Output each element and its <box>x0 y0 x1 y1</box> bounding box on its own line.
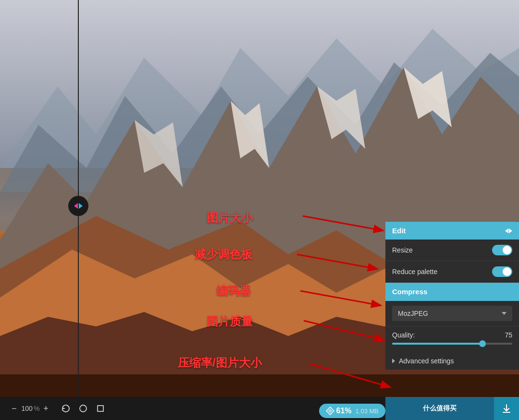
quality-label: Quality: <box>392 331 415 339</box>
download-icon <box>501 403 512 414</box>
comparison-slider-handle[interactable] <box>68 196 88 216</box>
site-watermark: 什么值得买 <box>385 397 494 420</box>
rotate-button[interactable] <box>57 402 74 415</box>
crop-icon <box>96 404 105 413</box>
compress-title: Compress <box>392 288 427 296</box>
svg-line-13 <box>297 254 376 269</box>
right-panel: Edit Resize Reduce palette Compress MozJ… <box>385 222 519 370</box>
svg-point-17 <box>80 405 86 412</box>
codec-row[interactable]: MozJPEG <box>385 301 519 326</box>
svg-line-15 <box>304 321 383 340</box>
zoom-percent: % <box>34 405 39 412</box>
arrow-quality <box>299 316 395 345</box>
resize-row: Resize <box>385 240 519 261</box>
zoom-out-button[interactable]: − <box>8 402 21 416</box>
site-text: 什么值得买 <box>423 404 457 413</box>
annotation-quality: 图片质量 <box>207 314 253 329</box>
svg-line-14 <box>300 291 380 305</box>
resize-toggle[interactable] <box>492 245 512 255</box>
advanced-settings-label: Advanced settings <box>399 357 454 365</box>
edit-title: Edit <box>392 227 406 235</box>
annotation-compression: 压缩率/图片大小 <box>178 355 262 371</box>
arrow-right-icon <box>79 203 83 209</box>
quality-value: 75 <box>505 331 512 339</box>
slider-arrows <box>74 203 83 209</box>
quality-section: Quality: 75 <box>385 326 519 352</box>
annotation-reduce-palette: 减少调色板 <box>195 247 252 262</box>
edit-nav-arrows[interactable] <box>505 228 512 233</box>
panel-arrow-left-icon <box>505 228 508 233</box>
reset-icon <box>78 404 88 413</box>
svg-line-16 <box>310 364 389 387</box>
codec-value: MozJPEG <box>398 310 428 317</box>
svg-rect-18 <box>98 406 103 411</box>
zoom-in-button[interactable]: + <box>39 402 52 416</box>
resize-label: Resize <box>392 246 413 254</box>
result-badge[interactable]: 61% 1.03 MB <box>319 404 385 418</box>
reduce-palette-label: Reduce palette <box>392 268 437 276</box>
svg-line-12 <box>303 216 382 230</box>
result-percent: 61% <box>336 407 352 415</box>
annotation-img-size: 图片大小 <box>207 210 253 226</box>
result-icon <box>326 407 334 415</box>
panel-arrow-right-icon <box>509 228 512 233</box>
quality-header: Quality: 75 <box>392 331 512 339</box>
advanced-settings-row[interactable]: Advanced settings <box>385 352 519 370</box>
arrow-codec <box>296 286 392 310</box>
chevron-right-icon <box>392 359 395 363</box>
codec-dropdown[interactable]: MozJPEG <box>392 306 512 321</box>
arrow-left-icon <box>74 203 78 209</box>
toggle-knob <box>503 246 511 254</box>
reduce-palette-toggle[interactable] <box>492 266 512 277</box>
zoom-value: 100 <box>22 405 33 412</box>
reduce-palette-row: Reduce palette <box>385 261 519 283</box>
annotation-codec: 编码器 <box>216 283 251 299</box>
edit-section-header[interactable]: Edit <box>385 222 519 240</box>
result-size: 1.03 MB <box>356 408 379 415</box>
download-button[interactable] <box>494 397 519 420</box>
crop-button[interactable] <box>92 402 109 415</box>
chevron-down-icon <box>502 312 507 315</box>
compress-section-header: Compress <box>385 283 519 301</box>
arrow-img-size <box>298 211 394 235</box>
quality-slider-track[interactable] <box>392 343 512 345</box>
quality-slider-thumb[interactable] <box>479 340 486 347</box>
reset-button[interactable] <box>74 402 92 415</box>
quality-slider-fill <box>392 343 482 345</box>
rotate-icon <box>61 404 71 413</box>
arrow-reduce-palette <box>292 250 388 274</box>
toggle-knob-2 <box>503 267 511 276</box>
